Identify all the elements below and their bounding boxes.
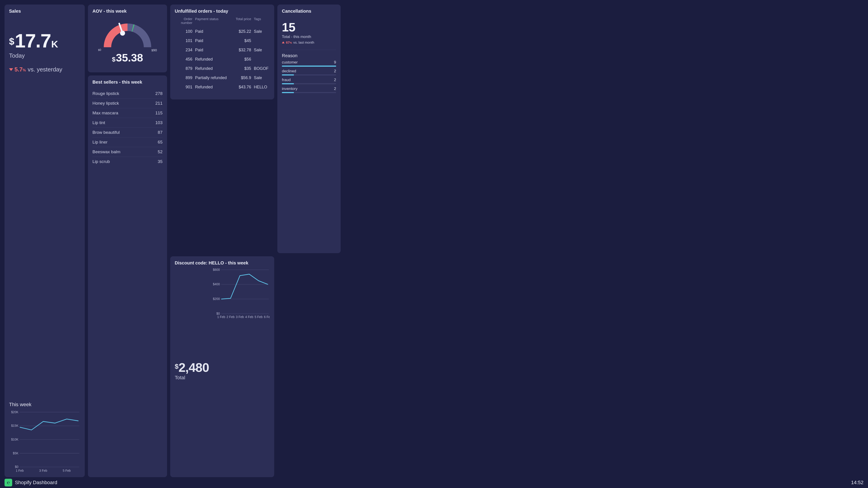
table-cell: 101 [175,36,195,45]
table-cell: 234 [175,45,195,55]
table-cell: Sale [254,27,270,36]
sales-delta: 5.7% vs. yesterday [9,66,80,73]
table-cell: $35 [230,64,254,73]
table-header: Tags [254,16,270,27]
product-count: 211 [155,101,162,106]
reason-title: Reason [282,50,336,58]
table-cell: Refunded [195,64,230,73]
product-count: 65 [158,140,162,145]
cancellations-value: 15 [282,20,336,34]
table-cell: Refunded [195,55,230,64]
discount-card: Discount code: HELLO - this week $ 2,480… [170,256,274,477]
svg-text:4 Feb: 4 Feb [245,315,253,318]
sales-line-chart: $0$5K$10K$15K$20K1 Feb3 Feb5 Feb [9,410,80,473]
gauge-min-label: $0 [98,48,101,52]
svg-text:$15K: $15K [11,424,19,427]
svg-text:5 Feb: 5 Feb [63,468,71,472]
reason-count: 9 [334,60,336,65]
table-cell: BOGOF [254,64,270,73]
reason-name: declined [282,69,296,73]
sales-delta-value: 5.7% [14,66,26,73]
triangle-up-icon [282,41,285,43]
reason-count: 2 [334,87,336,91]
table-cell: $43.76 [230,83,254,92]
list-item: Lip tint103 [92,118,162,127]
list-item: Max mascara115 [92,108,162,118]
table-header: Payment status [195,16,230,27]
table-cell: 100 [175,27,195,36]
table-header: Total price [230,16,254,27]
svg-text:3 Feb: 3 Feb [39,468,47,472]
svg-text:6 Feb: 6 Feb [264,315,270,318]
sales-mini-title: This week [9,402,80,407]
logo-icon: ℮ [4,479,12,486]
table-cell: Paid [195,36,230,45]
best-sellers-title: Best sellers - this week [92,80,162,85]
footer: ℮ Shopify Dashboard 14:52 [0,477,868,488]
cancellations-delta: 67% vs. last month [282,40,336,44]
svg-text:$10K: $10K [11,437,19,441]
reason-name: fraud [282,78,291,82]
product-name: Brow beautiful [92,130,120,135]
table-cell: $32.78 [230,45,254,55]
product-count: 35 [158,159,162,164]
table-cell: Sale [254,45,270,55]
product-name: Lip tint [92,120,105,125]
product-name: Lip scrub [92,159,110,164]
svg-text:3 Feb: 3 Feb [236,315,244,318]
cancellations-card: Cancellations 15 Total - this month 67% … [277,4,341,253]
aov-card: AOV - this week $0 $90 $35.38 [88,4,167,72]
table-cell: 901 [175,83,195,92]
list-item: Lip scrub35 [92,157,162,166]
sales-period: Today [9,52,80,59]
cancellations-title: Cancellations [282,8,336,14]
reason-row: declined2 [282,69,336,75]
discount-value: $ 2,480 [175,360,209,375]
sales-suffix: K [51,39,58,50]
svg-text:$20K: $20K [11,410,19,414]
reason-row: customer9 [282,60,336,67]
table-cell: Paid [195,45,230,55]
table-cell [254,36,270,45]
svg-text:$5K: $5K [13,451,19,455]
svg-point-14 [120,31,125,36]
list-item: Lip liner65 [92,137,162,147]
reason-row: fraud2 [282,78,336,84]
svg-text:1 Feb: 1 Feb [16,468,24,472]
svg-text:$0: $0 [15,465,18,468]
table-cell: $56.9 [230,73,254,83]
aov-title: AOV - this week [92,8,162,14]
svg-text:5 Feb: 5 Feb [254,315,263,318]
orders-card: Unfulfilled orders - today Order numberP… [170,4,274,99]
product-count: 87 [158,130,162,135]
sales-mini-chart: This week $0$5K$10K$15K$20K1 Feb3 Feb5 F… [9,402,80,473]
table-cell: 879 [175,64,195,73]
sales-card: Sales $ 17.7 K Today 5.7% vs. yesterday … [4,4,85,477]
list-item: Brow beautiful87 [92,127,162,137]
reason-name: inventory [282,87,298,91]
reason-count: 2 [334,69,336,73]
table-cell: $56 [230,55,254,64]
sales-delta-label: vs. yesterday [28,66,62,73]
table-header: Order number [175,16,195,27]
product-name: Honey lipstick [92,101,119,106]
svg-text:$200: $200 [213,297,220,301]
gauge-max-label: $90 [151,48,157,52]
triangle-down-icon [9,68,13,71]
reason-row: inventory2 [282,87,336,93]
svg-text:$400: $400 [213,282,220,286]
cancellations-sub: Total - this month [282,35,336,39]
discount-sub: Total [175,375,209,380]
sales-value: $ 17.7 K [9,31,80,51]
table-cell: $45 [230,36,254,45]
discount-title: Discount code: HELLO - this week [175,261,270,266]
table-cell: Refunded [195,83,230,92]
table-cell: 899 [175,73,195,83]
currency-symbol: $ [9,36,14,47]
aov-gauge: $0 $90 $35.38 [92,16,162,68]
dashboard-grid: Sales $ 17.7 K Today 5.7% vs. yesterday … [0,0,868,477]
product-name: Rouge lipstick [92,91,119,96]
sales-number: 17.7 [15,31,51,51]
table-cell [254,55,270,64]
list-item: Rouge lipstick278 [92,89,162,98]
